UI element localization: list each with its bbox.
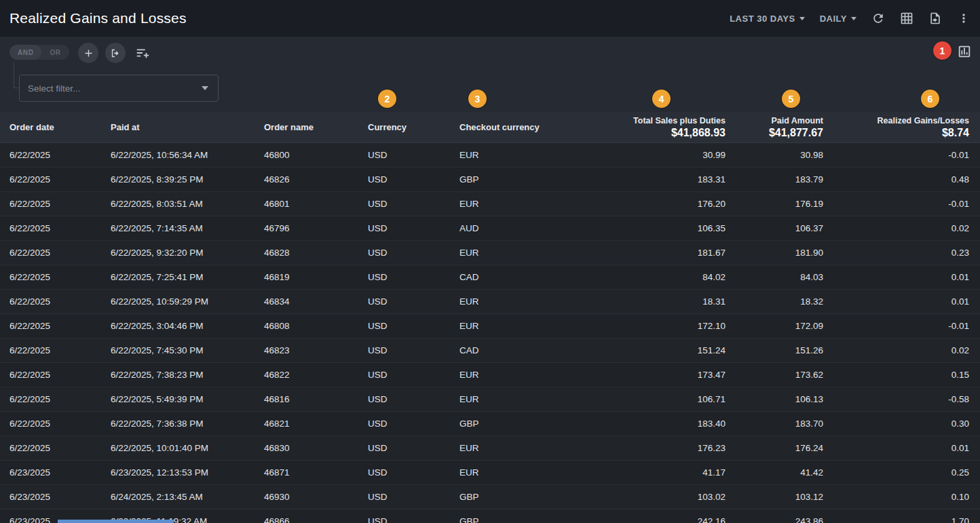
table-row[interactable]: 6/22/20256/22/2025, 8:39:25 PM46826USDGB… [0,168,980,192]
table-cell: 6/23/2025, 12:13:53 PM [111,467,264,478]
column-total: $41,877.67 [769,126,823,139]
table-cell: 103.12 [725,492,823,502]
table-row[interactable]: 6/22/20256/22/2025, 9:32:20 PM46828USDEU… [0,241,980,265]
add-chart-button[interactable] [957,44,972,59]
page-title: Realized Gains and Losses [10,10,187,26]
granularity-button[interactable]: DAILY [820,14,856,24]
app-bar: Realized Gains and Losses LAST 30 DAYS D… [0,0,980,37]
table-cell: USD [368,394,459,404]
table-row[interactable]: 6/22/20256/22/2025, 7:38:23 PM46822USDEU… [0,363,980,387]
table-cell: 6/22/2025, 10:01:40 PM [111,443,264,453]
and-option[interactable]: AND [10,45,41,60]
table-row[interactable]: 6/22/20256/22/2025, 10:56:34 AM46800USDE… [0,143,980,168]
chevron-down-icon [851,17,856,20]
table-cell: USD [368,443,459,453]
filter-select[interactable]: Select filter... [19,75,219,102]
column-label: Order name [264,122,368,132]
table-cell: USD [368,492,459,502]
table-cell: 46816 [264,394,368,404]
table-row[interactable]: 6/22/20256/22/2025, 7:45:30 PM46823USDCA… [0,338,980,363]
table-cell: 46828 [264,248,368,258]
table-cell: USD [368,321,459,331]
export-button[interactable] [928,12,942,25]
table-cell: USD [368,272,459,282]
table-cell: USD [368,516,459,523]
horizontal-scrollbar-thumb[interactable] [58,520,174,523]
table-cell: 6/22/2025 [10,370,111,380]
refresh-button[interactable] [871,12,885,25]
table-row[interactable]: 6/22/20256/22/2025, 7:36:38 PM46821USDGB… [0,412,980,436]
table-cell: 46834 [264,296,368,307]
table-cell: USD [368,150,459,160]
column-header-order-name[interactable]: Order name [264,112,368,142]
table-cell: EUR [459,150,563,160]
granularity-label: DAILY [820,14,847,24]
date-range-button[interactable]: LAST 30 DAYS [730,14,805,24]
table-cell: 6/22/2025 [10,419,111,429]
table-cell: 0.30 [823,419,980,429]
move-to-group-icon [110,47,121,59]
table-cell: 176.19 [725,199,823,209]
column-header-paid-amount[interactable]: Paid Amount $41,877.67 [725,112,823,142]
table-cell: -0.01 [823,321,980,331]
table-cell: USD [368,345,459,355]
table-cell: USD [368,223,459,233]
table-row[interactable]: 6/22/20256/22/2025, 7:14:35 AM46796USDAU… [0,216,980,241]
table-row[interactable]: 6/23/20256/23/2025, 12:13:53 PM46871USDE… [0,461,980,485]
table-cell: 176.23 [563,443,725,453]
or-option[interactable]: OR [41,45,69,60]
table-cell: 172.10 [563,321,725,331]
column-header-currency[interactable]: Currency [368,112,459,142]
table-cell: EUR [459,199,563,209]
table-cell: 18.31 [563,296,725,307]
column-header-checkout-currency[interactable]: Checkout currency [459,112,563,142]
table-cell: 6/22/2025, 3:04:46 PM [111,321,264,331]
table-cell: 30.98 [725,150,823,160]
more-menu-button[interactable] [957,12,970,25]
table-cell: 6/22/2025, 7:45:30 PM [111,345,264,355]
table-cell: 18.32 [725,296,823,307]
table-cell: 151.26 [725,345,823,355]
column-header-order-date[interactable]: Order date [10,112,111,142]
table-cell: 242.16 [563,516,725,523]
and-or-toggle[interactable]: AND OR [10,45,69,60]
column-label: Paid Amount [771,115,823,126]
column-header-realized-gains-losses[interactable]: Realized Gains/Losses $8.74 [823,112,980,142]
table-cell: 46830 [264,443,368,453]
table-cell: 46801 [264,199,368,209]
table-cell: 106.37 [725,223,823,233]
table-cell: 46826 [264,174,368,185]
table-cell: 6/22/2025, 7:14:35 AM [111,223,264,233]
table-row[interactable]: 6/22/20256/22/2025, 3:04:46 PM46808USDEU… [0,314,980,338]
table-cell: GBP [459,516,563,523]
column-header-paid-at[interactable]: Paid at [111,112,264,142]
column-total: $41,868.93 [671,126,725,139]
table-header: Order date Paid at Order name Currency C… [0,112,980,143]
table-cell: 6/22/2025 [10,345,111,355]
table-view-button[interactable] [900,12,913,25]
date-range-label: LAST 30 DAYS [730,14,795,24]
filter-select-placeholder: Select filter... [28,83,197,94]
table-row[interactable]: 6/23/20256/24/2025, 2:13:45 AM46930USDGB… [0,485,980,509]
table-cell: 176.20 [563,199,725,209]
table-cell: EUR [459,248,563,258]
table-cell: 0.01 [823,296,980,307]
table-cell: EUR [459,394,563,404]
report-table: Order date Paid at Order name Currency C… [0,112,980,523]
column-header-total-sales-plus-duties[interactable]: Total Sales plus Duties $41,868.93 [563,112,725,142]
add-group-button[interactable] [105,43,126,63]
table-cell: 84.02 [563,272,725,282]
chevron-down-icon [799,17,805,20]
table-cell: 46823 [264,345,368,355]
table-cell: 0.01 [823,443,980,453]
add-filter-list-button[interactable] [135,45,150,60]
table-cell: -0.01 [823,199,980,209]
table-row[interactable]: 6/22/20256/22/2025, 5:49:39 PM46816USDEU… [0,387,980,412]
add-filter-button[interactable] [78,43,98,63]
export-file-icon [928,12,942,25]
table-row[interactable]: 6/22/20256/22/2025, 8:03:51 AM46801USDEU… [0,192,980,216]
table-row[interactable]: 6/22/20256/22/2025, 10:01:40 PM46830USDE… [0,436,980,461]
table-cell: 0.02 [823,223,980,233]
table-row[interactable]: 6/22/20256/22/2025, 7:25:41 PM46819USDCA… [0,265,980,290]
table-row[interactable]: 6/22/20256/22/2025, 10:59:29 PM46834USDE… [0,290,980,314]
